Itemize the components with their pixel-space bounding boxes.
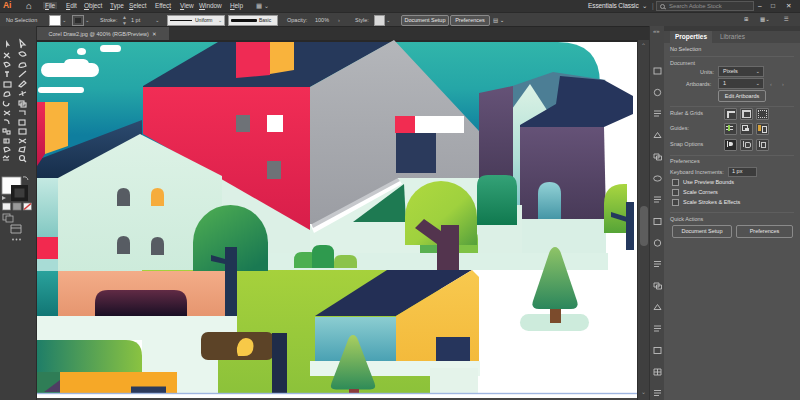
svg-text:«»: «» [653,28,660,34]
